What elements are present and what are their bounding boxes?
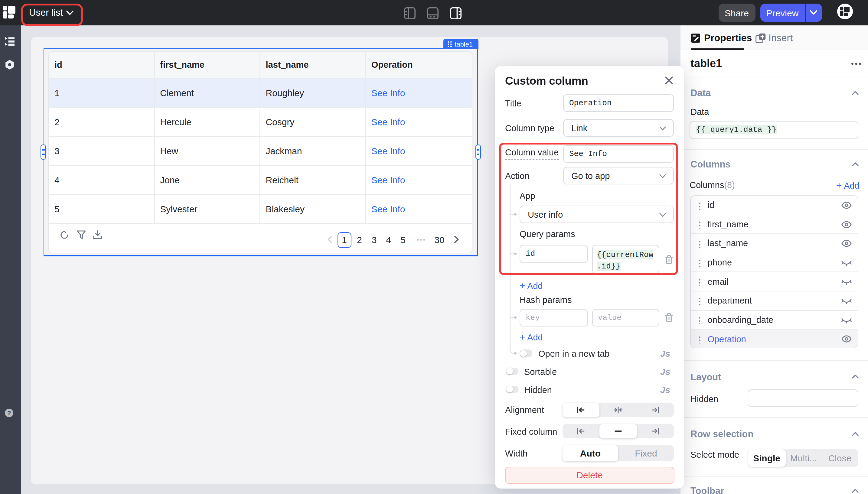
svg-text:?: ? <box>7 410 11 416</box>
